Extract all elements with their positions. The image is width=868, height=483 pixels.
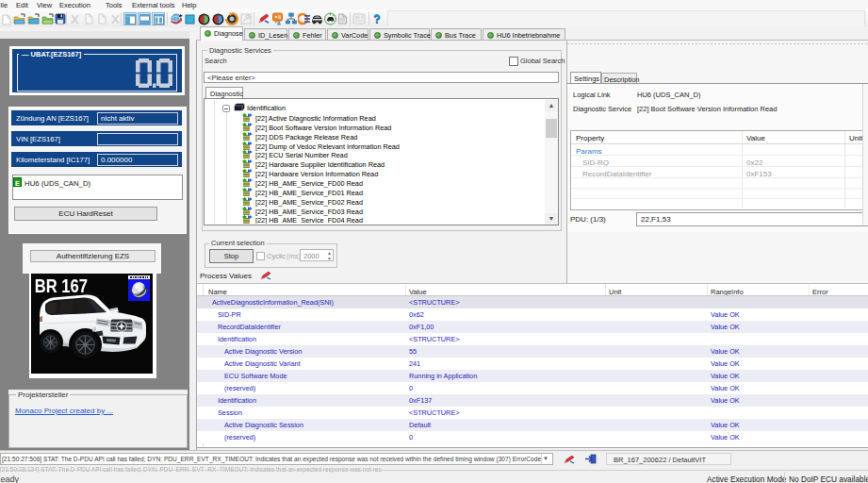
svg-text:BR 167: BR 167 bbox=[35, 276, 88, 296]
